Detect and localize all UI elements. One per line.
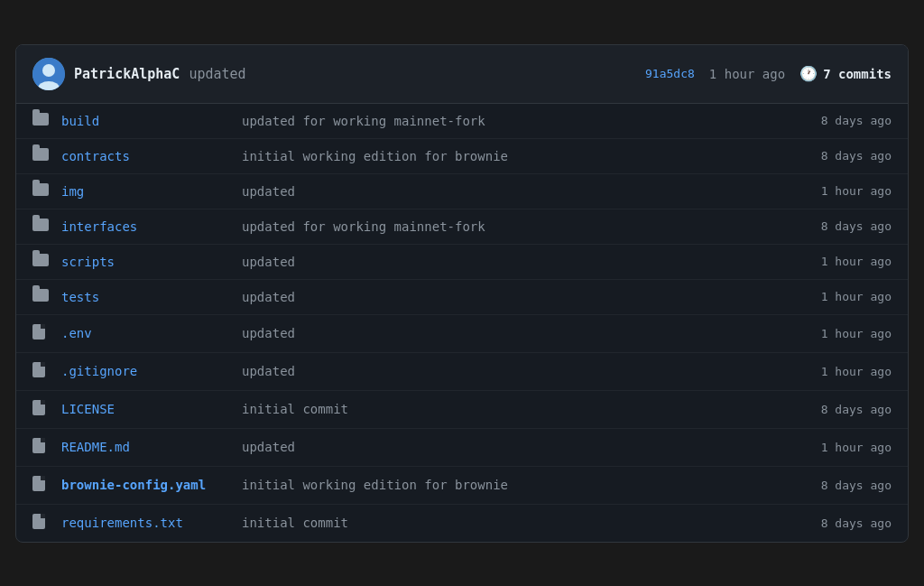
file-time: 8 days ago [792, 479, 892, 492]
file-name[interactable]: .gitignore [61, 364, 242, 378]
file-icon [32, 438, 54, 457]
folder-icon [32, 183, 54, 200]
file-icon [32, 324, 54, 343]
file-time: 8 days ago [792, 114, 892, 127]
file-icon [32, 400, 54, 419]
file-message: updated for working mainnet-fork [242, 219, 792, 234]
file-name[interactable]: README.md [61, 440, 242, 454]
file-time: 1 hour ago [792, 290, 892, 303]
folder-icon [32, 219, 54, 235]
file-name[interactable]: img [61, 184, 242, 199]
table-row[interactable]: .envupdated1 hour ago [16, 315, 908, 353]
file-name[interactable]: build [61, 114, 242, 128]
commit-time: 1 hour ago [709, 67, 785, 81]
table-row[interactable]: scriptsupdated1 hour ago [16, 245, 908, 280]
file-time: 8 days ago [792, 219, 892, 233]
table-row[interactable]: imgupdated1 hour ago [16, 174, 908, 209]
table-row[interactable]: README.mdupdated1 hour ago [16, 429, 908, 467]
folder-icon [32, 148, 54, 164]
commits-button[interactable]: 🕐 7 commits [799, 65, 892, 82]
file-message: updated [242, 184, 792, 199]
file-message: initial working edition for brownie [242, 149, 792, 163]
file-icon [32, 476, 54, 495]
folder-icon [32, 254, 54, 270]
file-time: 1 hour ago [792, 365, 892, 378]
file-name[interactable]: .env [61, 326, 242, 340]
commits-count: 7 commits [823, 67, 892, 81]
table-row[interactable]: interfacesupdated for working mainnet-fo… [16, 209, 908, 245]
file-icon [32, 362, 54, 381]
file-time: 8 days ago [792, 403, 892, 416]
file-time: 8 days ago [792, 516, 892, 530]
table-row[interactable]: testsupdated1 hour ago [16, 280, 908, 315]
file-message: updated for working mainnet-fork [242, 114, 792, 128]
table-row[interactable]: buildupdated for working mainnet-fork8 d… [16, 104, 908, 139]
commit-header: PatrickAlphaC updated 91a5dc8 1 hour ago… [16, 45, 908, 104]
commit-username[interactable]: PatrickAlphaC [74, 66, 180, 82]
file-message: updated [242, 290, 792, 304]
file-message: initial commit [242, 516, 792, 530]
file-time: 8 days ago [792, 149, 892, 163]
file-time: 1 hour ago [792, 327, 892, 340]
header-right: 91a5dc8 1 hour ago 🕐 7 commits [645, 65, 892, 82]
file-message: updated [242, 326, 792, 340]
table-row[interactable]: contractsinitial working edition for bro… [16, 139, 908, 174]
table-row[interactable]: LICENSEinitial commit8 days ago [16, 391, 908, 429]
table-row[interactable]: .gitignoreupdated1 hour ago [16, 353, 908, 391]
file-name[interactable]: requirements.txt [61, 516, 242, 530]
file-name[interactable]: brownie-config.yaml [61, 478, 242, 492]
file-time: 1 hour ago [792, 184, 892, 198]
file-message: initial working edition for brownie [242, 478, 792, 492]
table-row[interactable]: brownie-config.yamlinitial working editi… [16, 467, 908, 505]
file-name[interactable]: contracts [61, 149, 242, 163]
clock-icon: 🕐 [799, 65, 818, 82]
file-time: 1 hour ago [792, 255, 892, 268]
commit-hash[interactable]: 91a5dc8 [645, 67, 695, 80]
folder-icon [32, 113, 54, 129]
file-time: 1 hour ago [792, 441, 892, 454]
file-message: updated [242, 440, 792, 454]
file-name[interactable]: LICENSE [61, 402, 242, 416]
file-message: initial commit [242, 402, 792, 416]
svg-point-1 [42, 64, 55, 77]
table-row[interactable]: requirements.txtinitial commit8 days ago [16, 505, 908, 542]
file-icon [32, 514, 54, 533]
file-name[interactable]: scripts [61, 255, 242, 269]
file-list: buildupdated for working mainnet-fork8 d… [16, 104, 908, 542]
folder-icon [32, 289, 54, 305]
repository-file-list: PatrickAlphaC updated 91a5dc8 1 hour ago… [15, 44, 909, 543]
commit-action: updated [189, 66, 245, 82]
file-message: updated [242, 255, 792, 269]
file-name[interactable]: interfaces [61, 219, 242, 234]
avatar[interactable] [32, 58, 65, 90]
file-name[interactable]: tests [61, 290, 242, 304]
file-message: updated [242, 364, 792, 378]
header-left: PatrickAlphaC updated [32, 58, 246, 90]
avatar-image [32, 58, 65, 90]
